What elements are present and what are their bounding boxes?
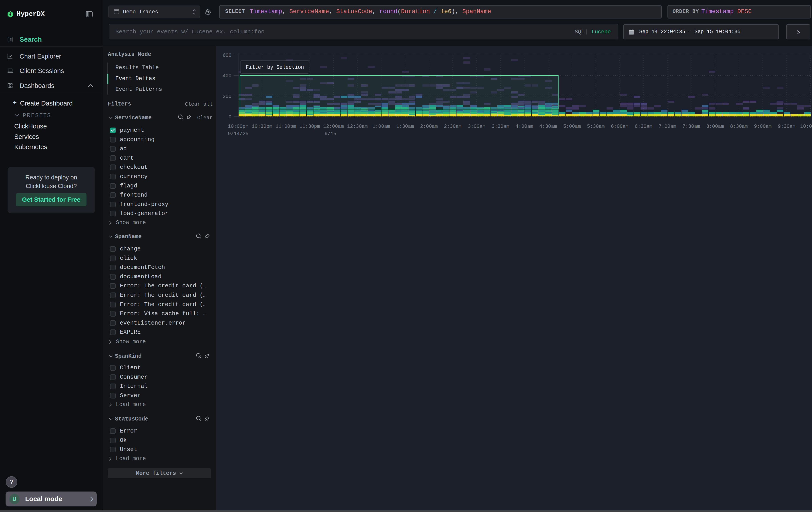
svg-text:9:30am: 9:30am bbox=[778, 124, 795, 129]
svg-text:7:30am: 7:30am bbox=[683, 124, 700, 129]
svg-text:8:30am: 8:30am bbox=[730, 124, 748, 129]
svg-text:5:30am: 5:30am bbox=[587, 124, 605, 129]
svg-text:12:30am: 12:30am bbox=[347, 124, 368, 129]
svg-text:200: 200 bbox=[223, 94, 231, 100]
svg-text:5:00am: 5:00am bbox=[563, 124, 581, 129]
svg-text:1:30am: 1:30am bbox=[396, 124, 414, 129]
svg-text:10:30pm: 10:30pm bbox=[252, 124, 272, 129]
svg-text:3:00am: 3:00am bbox=[468, 124, 485, 129]
svg-text:11:30pm: 11:30pm bbox=[299, 124, 320, 129]
svg-text:10:00am: 10:00am bbox=[800, 124, 812, 129]
svg-text:6:00am: 6:00am bbox=[611, 124, 628, 129]
svg-text:600: 600 bbox=[223, 53, 231, 58]
svg-text:9:00am: 9:00am bbox=[754, 124, 772, 129]
svg-text:6:30am: 6:30am bbox=[635, 124, 652, 129]
svg-text:9/15: 9/15 bbox=[325, 131, 337, 137]
svg-text:11:00pm: 11:00pm bbox=[276, 124, 296, 129]
svg-text:3:30am: 3:30am bbox=[492, 124, 509, 129]
svg-text:2:30am: 2:30am bbox=[444, 124, 462, 129]
svg-text:8:00am: 8:00am bbox=[706, 124, 724, 129]
svg-text:7:00am: 7:00am bbox=[659, 124, 676, 129]
svg-text:400: 400 bbox=[223, 73, 231, 79]
svg-text:1:00am: 1:00am bbox=[372, 124, 390, 129]
svg-text:Filter by Selection: Filter by Selection bbox=[246, 64, 304, 70]
svg-text:0: 0 bbox=[229, 114, 231, 120]
svg-text:10:00pm: 10:00pm bbox=[228, 124, 249, 129]
svg-text:2:00am: 2:00am bbox=[420, 124, 438, 129]
svg-text:9/14/25: 9/14/25 bbox=[228, 131, 249, 137]
svg-text:4:30am: 4:30am bbox=[540, 124, 557, 129]
svg-text:4:00am: 4:00am bbox=[515, 124, 533, 129]
svg-text:12:00am: 12:00am bbox=[323, 124, 344, 129]
